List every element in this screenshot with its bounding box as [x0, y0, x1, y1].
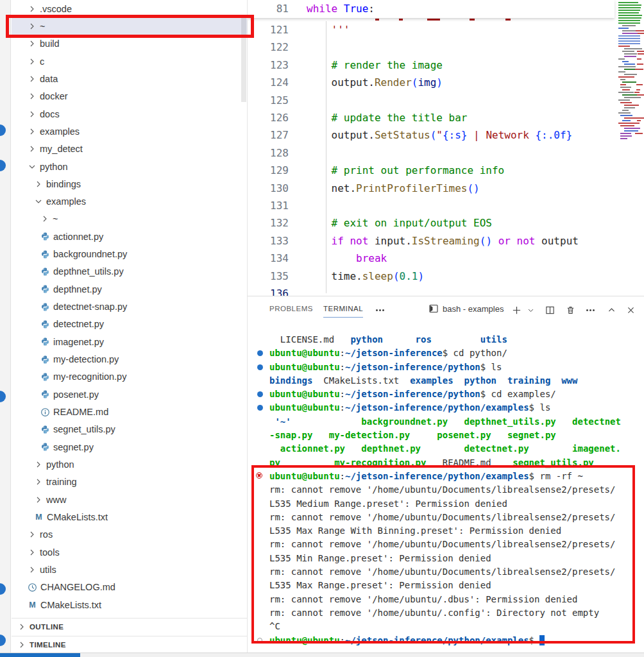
editor-pane[interactable]: 121 '''122123 # render the image124 outp… [248, 0, 644, 296]
chevron-right-icon [33, 495, 44, 505]
chevron-right-icon [33, 459, 44, 470]
tree-item-bindings[interactable]: bindings [12, 175, 247, 192]
terminal-output-line: L535 Max Range.preset': Permission denie… [269, 579, 644, 592]
status-bar-progress [0, 653, 80, 657]
kill-terminal-trash-icon[interactable] [563, 303, 577, 317]
tree-item-training[interactable]: training [12, 474, 247, 491]
tree-item-utils[interactable]: utils [12, 561, 247, 578]
tree-item-imagenet-py[interactable]: imagenet.py [12, 333, 247, 350]
new-terminal-icon[interactable] [509, 303, 523, 317]
close-panel-icon[interactable] [623, 303, 638, 317]
tree-item-python[interactable]: python [12, 456, 247, 473]
terminal-dropdown-chevron-icon[interactable] [523, 303, 538, 317]
tree-item-label: imagenet.py [53, 337, 104, 347]
tree-item-posenet-py[interactable]: posenet.py [12, 386, 247, 403]
terminal-command-line: ubuntu@ubuntu:~/jetson-inference/python/… [269, 634, 644, 647]
tree-item-c[interactable]: c [12, 53, 247, 70]
command-success-icon[interactable] [257, 350, 263, 356]
tree-item-label: actionnet.py [53, 232, 103, 242]
vscode-window: .vscode~buildcdatadockerdocsexamplesmy_d… [0, 0, 644, 657]
tree-item-segnet-py[interactable]: segnet.py [12, 438, 247, 456]
panel-header: PROBLEMS TERMINAL bash - examples [248, 296, 644, 325]
command-success-icon[interactable] [257, 405, 263, 411]
command-success-icon[interactable] [257, 391, 263, 397]
terminal-content[interactable]: LICENSE.md python ros utilsubuntu@ubuntu… [269, 333, 644, 647]
terminal-command-line: ubuntu@ubuntu:~/jetson-inference/python$… [269, 361, 644, 374]
tree-item-www[interactable]: www [12, 491, 247, 508]
command-success-icon[interactable] [257, 364, 263, 370]
tree-item-docker[interactable]: docker [12, 88, 247, 105]
tree-item-my-detection-py[interactable]: my-detection.py [12, 350, 247, 368]
terminal-session-picker[interactable]: bash - examples [428, 303, 504, 314]
tree-item-data[interactable]: data [12, 70, 247, 87]
chevron-right-icon [27, 91, 37, 101]
chevron-right-icon [27, 109, 37, 119]
tree-item-label: detectnet-snap.py [53, 302, 127, 312]
terminal-output-line: ^C [269, 620, 644, 633]
tree-item-docs[interactable]: docs [12, 105, 247, 123]
activity-badge-dot [0, 124, 6, 136]
outline-section-header[interactable]: OUTLINE [12, 618, 247, 635]
terminal-output-line: rm: cannot remove '/home/ubuntu/.dbus': … [269, 593, 644, 606]
tree-item-detectnet-py[interactable]: detectnet.py [12, 316, 247, 333]
tree-item-label: utils [40, 565, 56, 575]
maximize-panel-chevron-up-icon[interactable] [604, 303, 618, 317]
code-line: 131 [248, 197, 614, 214]
tree-item-my-recognition-py[interactable]: my-recognition.py [12, 368, 247, 386]
chevron-right-icon [27, 38, 37, 49]
tree-item-actionnet-py[interactable]: actionnet.py [12, 228, 247, 245]
python-file-icon [40, 319, 51, 329]
tree-item-python[interactable]: python [12, 158, 247, 175]
chevron-right-icon [27, 126, 37, 137]
line-number: 129 [253, 162, 289, 179]
tree-item-tilde[interactable]: ~ [12, 210, 247, 228]
tab-terminal[interactable]: TERMINAL [323, 305, 363, 318]
line-number: 122 [253, 38, 289, 56]
tree-item-label: ros [40, 529, 53, 540]
tree-item-segnet-utils-py[interactable]: segnet_utils.py [12, 421, 247, 438]
python-file-icon [40, 232, 51, 242]
command-pending-icon[interactable] [257, 638, 262, 643]
activity-bar-strip [0, 0, 11, 653]
panel-more-actions-icon[interactable] [584, 303, 598, 317]
tree-item-vscode[interactable]: .vscode [12, 0, 247, 17]
tree-item-tilde[interactable]: ~ [12, 17, 247, 35]
more-tabs-icon[interactable] [373, 303, 387, 317]
sidebar-scrollbar[interactable] [241, 15, 246, 102]
tree-item-detectnet-snap-py[interactable]: detectnet-snap.py [12, 298, 247, 315]
chevron-right-icon [33, 179, 44, 189]
chevron-right-icon [27, 529, 37, 540]
line-number: 125 [253, 92, 289, 109]
line-number: 81 [253, 0, 289, 17]
tree-item-label: CMakeLists.txt [47, 512, 108, 522]
tree-item-readme-md[interactable]: README.md [12, 403, 247, 420]
tree-item-backgroundnet-py[interactable]: backgroundnet.py [12, 245, 247, 262]
tree-item-changelog-md[interactable]: CHANGELOG.md [12, 579, 247, 596]
tree-item-build[interactable]: build [12, 35, 247, 53]
split-terminal-icon[interactable] [543, 303, 557, 317]
tree-item-label: data [40, 74, 58, 84]
terminal-output-line: LICENSE.md python ros utils [269, 333, 644, 346]
code-line: 129 # print out performance info [248, 162, 614, 179]
line-number: 127 [253, 126, 289, 144]
tab-problems[interactable]: PROBLEMS [269, 305, 313, 312]
cmake-file-icon: M [27, 600, 38, 610]
tree-item-tools[interactable]: tools [12, 543, 247, 561]
tree-item-depthnet-utils-py[interactable]: depthnet_utils.py [12, 263, 247, 280]
tree-item-my-detect[interactable]: my_detect [12, 141, 247, 158]
terminal-output-line: py my-recognition.py README.md segnet_ut… [269, 456, 644, 470]
tree-item-cmakelists-txt[interactable]: MCMakeLists.txt [12, 596, 247, 613]
command-failed-icon[interactable] [256, 472, 262, 479]
tree-item-examples[interactable]: examples [12, 123, 247, 140]
tree-item-depthnet-py[interactable]: depthnet.py [12, 280, 247, 298]
tree-item-ros[interactable]: ros [12, 526, 247, 543]
line-number: 123 [253, 56, 289, 74]
tree-item-cmakelists-txt[interactable]: MCMakeLists.txt [12, 508, 247, 525]
sticky-scroll-line: 81while True: [248, 0, 614, 18]
minimap[interactable] [617, 0, 644, 142]
activity-badge-dot [0, 635, 6, 646]
tree-item-examples[interactable]: examples [12, 193, 247, 210]
terminal-output-line: '~' backgroundnet.py depthnet_utils.py d… [269, 415, 644, 429]
chevron-down-icon [27, 162, 37, 172]
timeline-section-header[interactable]: TIMELINE [12, 636, 247, 653]
